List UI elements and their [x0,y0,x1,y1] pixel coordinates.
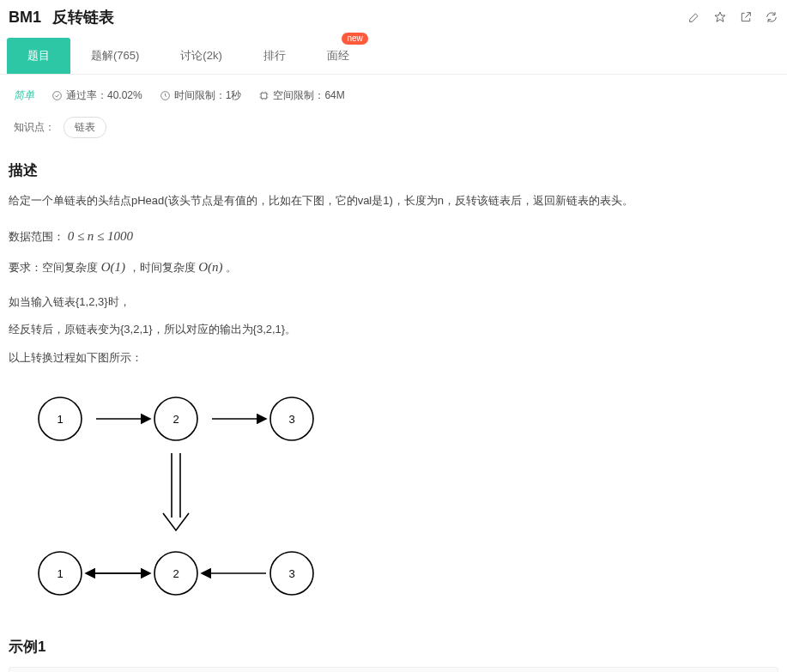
tags-label: 知识点： [14,120,55,135]
pass-rate: 通过率：40.02% [51,88,142,103]
svg-text:1: 1 [57,567,63,580]
header-actions [687,10,778,24]
check-icon [51,90,63,101]
linked-list-diagram: 1 2 3 1 2 3 [26,384,778,611]
star-icon[interactable] [713,10,727,24]
description-p1: 给定一个单链表的头结点pHead(该头节点是有值的，比如在下图，它的val是1)… [9,191,778,212]
tab-interview[interactable]: 面经 new [306,38,370,74]
tab-bar: 题目 题解(765) 讨论(2k) 排行 面经 new [0,38,787,75]
tab-ranking[interactable]: 排行 [243,38,306,74]
example-intro-a: 如当输入链表{1,2,3}时， [9,292,778,313]
difficulty-label: 简单 [14,88,34,103]
tab-problem[interactable]: 题目 [7,38,70,74]
range-formula: 0 ≤ n ≤ 1000 [68,229,133,243]
tags-row: 知识点： 链表 [0,112,787,150]
requirements: 要求：空间复杂度 O(1) ，时间复杂度 O(n) 。 [9,255,778,280]
svg-rect-2 [262,93,268,99]
data-range: 数据范围： 0 ≤ n ≤ 1000 [9,224,778,249]
meta-row: 简单 通过率：40.02% 时间限制：1秒 空间限制：64M [0,75,787,112]
example-box: 输入： {1,2,3} 复制 返回值： {3,2,1} 复制 [9,667,778,672]
description-heading: 描述 [9,160,778,180]
svg-text:3: 3 [288,413,294,426]
problem-name: 反转链表 [52,9,114,26]
problem-title: BM1 反转链表 [9,7,114,27]
time-limit: 时间限制：1秒 [160,88,242,103]
clock-icon [160,90,171,101]
tab-solutions[interactable]: 题解(765) [70,38,160,74]
example-intro-b: 经反转后，原链表变为{3,2,1}，所以对应的输出为{3,2,1}。 [9,319,778,341]
problem-id: BM1 [9,9,41,26]
tag-linked-list[interactable]: 链表 [64,117,106,138]
svg-text:3: 3 [288,567,294,580]
svg-text:2: 2 [173,567,179,580]
refresh-icon[interactable] [765,10,778,24]
svg-text:1: 1 [57,413,63,426]
external-icon[interactable] [739,10,753,24]
example-intro-c: 以上转换过程如下图所示： [9,348,778,369]
svg-text:2: 2 [173,413,179,426]
new-badge: new [342,33,367,45]
edit-icon[interactable] [687,10,701,24]
chip-icon [258,90,269,101]
memory-limit: 空间限制：64M [258,88,344,103]
svg-point-0 [53,92,62,100]
tab-discuss[interactable]: 讨论(2k) [160,38,242,74]
example-heading: 示例1 [9,637,778,657]
